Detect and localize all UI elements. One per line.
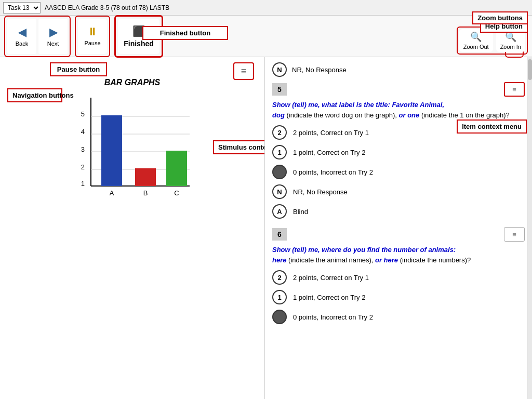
option-text-2pts: 2 points, Correct on Try 1 [293, 129, 369, 137]
page-title: AASCD ELA Grade 3-5 (78 out of 78) LASTB [45, 4, 169, 11]
option-circle-nr: N [272, 184, 287, 199]
navigation-buttons-callout: Navigation buttons [7, 88, 62, 102]
item-6-option-0pts[interactable]: 0 points, Incorrect on Try 2 [272, 310, 525, 324]
next-button[interactable]: ▶ Next [38, 19, 68, 54]
option-circle-0 [272, 165, 287, 179]
svg-text:4: 4 [81, 128, 84, 136]
questions-dropdown[interactable]: Task 13 [3, 2, 41, 14]
zoom-in-label: Zoom In [500, 44, 521, 50]
svg-text:A: A [109, 189, 114, 197]
bar-graph-title: BAR GRAPHS [5, 78, 259, 87]
item-5-context-menu-button[interactable]: ≡ [504, 82, 525, 97]
zoom-out-label: Zoom Out [463, 44, 489, 50]
item-number-6: 6 [272, 228, 287, 241]
stimulus-context-menu-callout: Stimulus context menu [213, 140, 265, 154]
finished-button-callout: Finished button [142, 26, 228, 40]
zoom-out-icon: 🔍 [470, 31, 482, 43]
option-text-0pts: 0 points, Incorrect on Try 2 [293, 168, 373, 176]
svg-text:3: 3 [81, 145, 84, 153]
pause-icon: ⏸ [87, 26, 98, 38]
item-5-hamburger-icon: ≡ [512, 86, 516, 94]
item-context-menu-callout: Item context menu [457, 119, 527, 134]
svg-text:C: C [174, 189, 179, 197]
svg-rect-11 [101, 115, 122, 186]
back-icon: ◀ [18, 26, 26, 38]
item-6-circle-2: 2 [272, 270, 287, 285]
next-icon: ▶ [49, 26, 57, 38]
svg-text:5: 5 [81, 110, 84, 118]
item-block-6: 6 ≡ Show (tell) me, where do you find th… [272, 227, 525, 324]
svg-rect-13 [166, 151, 187, 186]
stimulus-context-menu-button[interactable]: ≡ [233, 62, 254, 80]
item-6-question: Show (tell) me, where do you find the nu… [272, 245, 525, 265]
item-6-text-2pts: 2 points, Correct on Try 1 [293, 274, 369, 282]
option-text-1pt: 1 point, Correct on Try 2 [293, 149, 365, 156]
hamburger-icon: ≡ [241, 66, 247, 77]
option-circle-a: A [272, 204, 287, 219]
option-circle-1: 1 [272, 145, 287, 159]
option-text-blind: Blind [293, 208, 308, 216]
item-6-circle-1: 1 [272, 290, 287, 304]
item-6-option-2pts[interactable]: 2 2 points, Correct on Try 1 [272, 270, 525, 285]
back-button[interactable]: ◀ Back [7, 19, 36, 54]
pause-label: Pause [84, 40, 100, 46]
item-5-option-blind[interactable]: A Blind [272, 204, 525, 219]
nr-circle-top: N [272, 62, 287, 77]
option-text-nr: NR, No Response [293, 188, 348, 196]
top-nr-row: N NR, No Response [272, 62, 525, 77]
next-label: Next [47, 41, 59, 47]
item-5-option-0pts[interactable]: 0 points, Incorrect on Try 2 [272, 165, 525, 179]
svg-text:B: B [143, 189, 148, 197]
pause-button-callout: Pause button [50, 62, 107, 76]
item-5-option-1pt[interactable]: 1 1 point, Correct on Try 2 [272, 145, 525, 159]
zoom-buttons-callout: Zoom buttons [472, 11, 528, 24]
item-5-question: Show (tell) me, what label is the title:… [272, 100, 525, 120]
item-6-text-1pt: 1 point, Correct on Try 2 [293, 294, 365, 301]
svg-text:2: 2 [81, 163, 84, 171]
svg-text:1: 1 [81, 180, 84, 188]
back-label: Back [16, 41, 28, 47]
item-6-hamburger-icon: ≡ [512, 231, 516, 238]
pause-button[interactable]: ⏸ Pause [78, 19, 107, 54]
item-6-context-menu-button[interactable]: ≡ [504, 227, 525, 242]
svg-rect-12 [135, 168, 156, 186]
zoom-in-icon: 🔍 [505, 31, 516, 43]
finished-label: Finished [124, 39, 154, 48]
item-5-option-nr[interactable]: N NR, No Response [272, 184, 525, 199]
nr-label-top: NR, No Response [292, 66, 347, 74]
item-number-5: 5 [272, 83, 287, 96]
item-6-text-0pts: 0 points, Incorrect on Try 2 [293, 313, 373, 321]
item-6-option-1pt[interactable]: 1 1 point, Correct on Try 2 [272, 290, 525, 304]
item-block-5: 5 ≡ Item context menu Show (tell) me, wh… [272, 82, 525, 219]
item-6-circle-0 [272, 310, 287, 324]
bar-graph: 5 4 3 2 1 A B C [65, 92, 200, 207]
option-circle-2: 2 [272, 125, 287, 140]
